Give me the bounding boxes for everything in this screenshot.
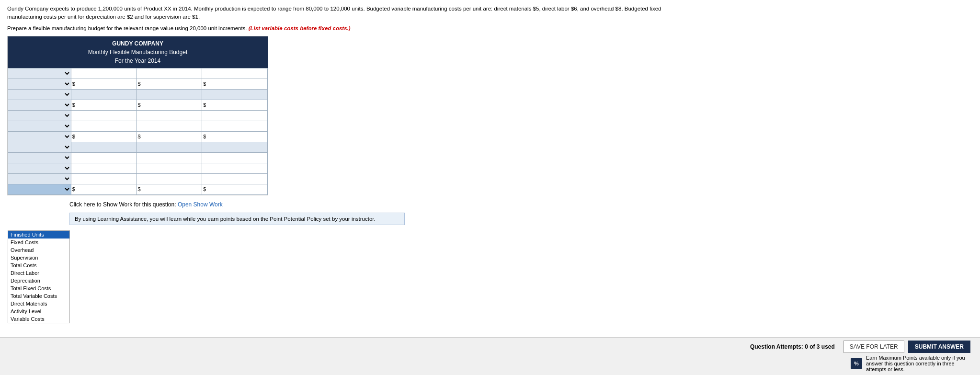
dollar-cell-7a[interactable]: $ [71, 131, 137, 142]
row12-label-select[interactable] [8, 184, 71, 194]
row1-input-3[interactable] [202, 68, 267, 78]
dd-item-total-fixed-costs[interactable]: Total Fixed Costs [8, 284, 69, 292]
value-cell-11a[interactable] [71, 173, 137, 184]
row6-input-3[interactable] [202, 121, 267, 131]
label-cell-4[interactable] [8, 100, 71, 110]
dollar-cell-2b[interactable]: $ [137, 79, 202, 89]
row11-input-2[interactable] [137, 174, 202, 183]
value-cell-5a[interactable] [71, 110, 137, 121]
label-cell-8[interactable] [8, 142, 71, 152]
row2-input-3[interactable] [206, 79, 266, 89]
row7-input-2[interactable] [141, 132, 201, 141]
dd-item-variable-costs[interactable]: Variable Costs [8, 315, 69, 323]
dd-item-direct-materials[interactable]: Direct Materials [8, 300, 69, 307]
row7-label-select[interactable] [8, 132, 71, 141]
table-row [8, 142, 268, 152]
dollar-cell-7b[interactable]: $ [137, 131, 202, 142]
row7-input-3[interactable] [206, 132, 266, 141]
row5-input-2[interactable] [137, 111, 202, 120]
row1-input-1[interactable] [71, 68, 137, 78]
row8-label-select[interactable] [8, 142, 71, 152]
dd-item-overhead[interactable]: Overhead [8, 246, 69, 254]
dollar-cell-12b[interactable]: $ [137, 184, 202, 194]
value-cell-5c[interactable] [202, 110, 268, 121]
dollar-cell-7c[interactable]: $ [202, 131, 268, 142]
dollar-cell-4c[interactable]: $ [202, 100, 268, 110]
label-cell-12[interactable] [8, 184, 71, 194]
value-cell-9a[interactable] [71, 152, 137, 163]
dollar-cell-12c[interactable]: $ [202, 184, 268, 194]
row4-input-1[interactable] [75, 100, 136, 110]
row11-input-1[interactable] [71, 174, 137, 183]
value-cell-1b[interactable] [137, 68, 202, 79]
dollar-cell-2a[interactable]: $ [71, 79, 137, 89]
row11-input-3[interactable] [202, 174, 267, 183]
row9-input-1[interactable] [71, 153, 137, 162]
label-cell-9[interactable] [8, 152, 71, 163]
row2-input-1[interactable] [75, 79, 136, 89]
value-cell-10a[interactable] [71, 163, 137, 173]
label-cell-3[interactable] [8, 89, 71, 100]
row5-input-3[interactable] [202, 111, 267, 120]
label-cell-5[interactable] [8, 110, 71, 121]
row3-label-select[interactable] [8, 90, 71, 99]
row5-label-select[interactable] [8, 111, 71, 120]
row1-input-2[interactable] [137, 68, 202, 78]
save-later-button[interactable]: SAVE FOR LATER [843, 341, 904, 353]
value-cell-5b[interactable] [137, 110, 202, 121]
dd-item-depreciation[interactable]: Depreciation [8, 277, 69, 284]
value-cell-11b[interactable] [137, 173, 202, 184]
dd-item-activity-level[interactable]: Activity Level [8, 307, 69, 315]
value-cell-10b[interactable] [137, 163, 202, 173]
row7-input-1[interactable] [75, 132, 136, 141]
row10-input-3[interactable] [202, 163, 267, 173]
value-cell-11c[interactable] [202, 173, 268, 184]
row1-label-select[interactable] [8, 68, 71, 78]
dd-item-total-variable-costs[interactable]: Total Variable Costs [8, 292, 69, 300]
label-cell-1[interactable] [8, 68, 71, 79]
row4-input-3[interactable] [206, 100, 266, 110]
dollar-cell-4a[interactable]: $ [71, 100, 137, 110]
row2-label-select[interactable] [8, 79, 71, 89]
row9-label-select[interactable] [8, 153, 71, 162]
dd-item-direct-labor[interactable]: Direct Labor [8, 269, 69, 277]
row10-label-select[interactable] [8, 163, 71, 173]
row11-label-select[interactable] [8, 174, 71, 183]
open-show-work-link[interactable]: Open Show Work [178, 201, 223, 208]
value-cell-6c[interactable] [202, 121, 268, 131]
value-cell-1a[interactable] [71, 68, 137, 79]
submit-answer-button[interactable]: SUBMIT ANSWER [908, 341, 970, 353]
value-cell-6b[interactable] [137, 121, 202, 131]
row4-label-select[interactable] [8, 100, 71, 110]
value-cell-9c[interactable] [202, 152, 268, 163]
row6-input-2[interactable] [137, 121, 202, 131]
dollar-cell-12a[interactable]: $ [71, 184, 137, 194]
value-cell-9b[interactable] [137, 152, 202, 163]
dd-item-total-costs[interactable]: Total Costs [8, 261, 69, 269]
label-cell-11[interactable] [8, 173, 71, 184]
value-cell-6a[interactable] [71, 121, 137, 131]
row4-input-2[interactable] [141, 100, 201, 110]
dd-item-supervision[interactable]: Supervision [8, 254, 69, 261]
row9-input-2[interactable] [137, 153, 202, 162]
row5-input-1[interactable] [71, 111, 137, 120]
value-cell-10c[interactable] [202, 163, 268, 173]
dollar-cell-4b[interactable]: $ [137, 100, 202, 110]
row12-input-3[interactable] [206, 184, 266, 194]
dd-item-finished-units[interactable]: Finished Units [8, 231, 69, 239]
row10-input-1[interactable] [71, 163, 137, 173]
row9-input-3[interactable] [202, 153, 267, 162]
dd-item-fixed-costs[interactable]: Fixed Costs [8, 239, 69, 246]
label-cell-10[interactable] [8, 163, 71, 173]
value-cell-1c[interactable] [202, 68, 268, 79]
row6-label-select[interactable] [8, 121, 71, 131]
label-cell-7[interactable] [8, 131, 71, 142]
row6-input-1[interactable] [71, 121, 137, 131]
row12-input-1[interactable] [75, 184, 136, 194]
row2-input-2[interactable] [141, 79, 201, 89]
dollar-cell-2c[interactable]: $ [202, 79, 268, 89]
row12-input-2[interactable] [141, 184, 201, 194]
label-cell-2[interactable] [8, 79, 71, 89]
label-cell-6[interactable] [8, 121, 71, 131]
row10-input-2[interactable] [137, 163, 202, 173]
